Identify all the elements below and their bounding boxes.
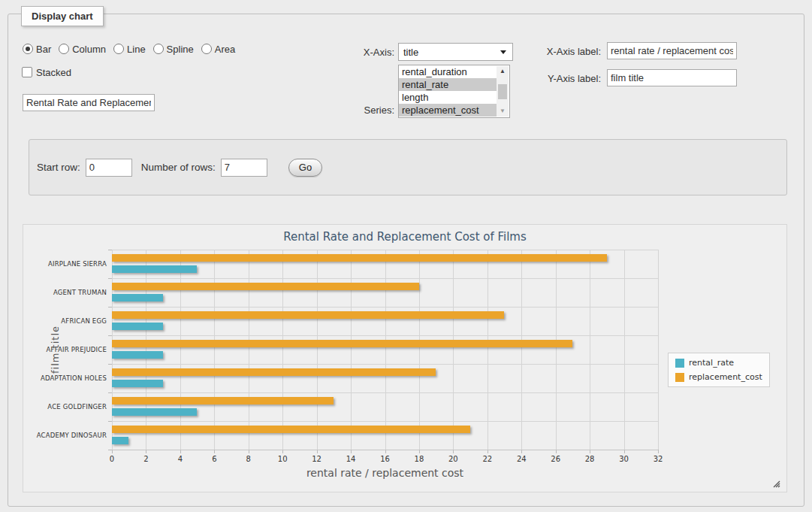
legend-label: replacement_cost [689, 372, 762, 382]
series-option-rental-rate[interactable]: rental_rate [399, 78, 497, 91]
y-category-label: ACE GOLDFINGER [28, 403, 107, 411]
listbox-scrollbar[interactable]: ▲ ▼ [497, 66, 509, 117]
gridline-vertical [282, 250, 283, 450]
gridline-horizontal [112, 307, 658, 308]
bar-replacement-cost-ace-goldfinger[interactable] [112, 397, 334, 404]
rows-form: Start row: Number of rows: Go [29, 139, 787, 195]
chart-type-radio-group: BarColumnLineSplineArea [23, 41, 243, 56]
gridline-vertical [249, 250, 249, 450]
chart-title-input[interactable] [23, 94, 155, 111]
chart-title: Rental Rate and Replacement Cost of Film… [23, 230, 786, 244]
gridline-vertical [146, 250, 146, 450]
stacked-checkbox-row[interactable]: Stacked [22, 65, 71, 79]
x-tick-label: 2 [133, 455, 158, 463]
gridline-vertical [590, 250, 590, 450]
x-tick-label: 14 [338, 455, 364, 463]
chevron-down-icon [500, 50, 506, 54]
y-axis-tick [108, 421, 112, 422]
start-row-input[interactable] [86, 159, 132, 177]
series-option-length[interactable]: length [399, 91, 497, 104]
bar-rental-rate-affair-prejudice[interactable] [112, 351, 163, 359]
y-axis-tick [108, 307, 112, 308]
y-axis-tick [108, 335, 112, 336]
gridline-vertical [488, 250, 488, 450]
scrollbar-thumb[interactable] [498, 84, 507, 99]
y-category-label: AFFAIR PREJUDICE [28, 346, 107, 353]
series-listbox[interactable]: ▲ ▼ rental_durationrental_ratelengthrepl… [398, 65, 510, 118]
y-axis-tick [108, 278, 112, 279]
radio-circle-icon[interactable] [23, 44, 33, 54]
gridline-horizontal [112, 364, 658, 365]
x-tick-label: 6 [201, 455, 227, 463]
y-category-label: ADAPTATION HOLES [28, 374, 107, 382]
bar-rental-rate-airplane-sierra[interactable] [112, 265, 197, 273]
bar-replacement-cost-affair-prejudice[interactable] [112, 340, 572, 347]
gridline-vertical [351, 250, 352, 450]
radio-circle-icon[interactable] [113, 44, 124, 54]
bar-replacement-cost-airplane-sierra[interactable] [112, 254, 607, 262]
start-row-label: Start row: [37, 162, 80, 173]
bar-rental-rate-adaptation-holes[interactable] [112, 380, 163, 387]
x-tick-label: 4 [168, 455, 193, 463]
y-axis-tick [108, 450, 112, 450]
legend-swatch-icon [675, 359, 684, 368]
radio-bar[interactable]: Bar [23, 44, 51, 55]
gridline-horizontal [112, 335, 658, 336]
x-tick-label: 28 [577, 455, 602, 463]
x-tick-label: 18 [406, 455, 432, 463]
go-button[interactable]: Go [288, 159, 322, 177]
gridline-vertical [317, 250, 318, 450]
x-tick-label: 16 [373, 455, 398, 463]
legend-label: rental_rate [689, 358, 734, 368]
radio-column[interactable]: Column [59, 44, 106, 55]
radio-line[interactable]: Line [113, 44, 146, 55]
legend-item-replacement-cost[interactable]: replacement_cost [675, 372, 762, 382]
radio-label: Line [127, 44, 146, 55]
x-tick-label: 32 [645, 455, 671, 463]
y-category-label: AGENT TRUMAN [28, 289, 107, 296]
gridline-vertical [521, 250, 522, 450]
bar-replacement-cost-academy-dinosaur[interactable] [112, 426, 470, 433]
y-category-label: AIRPLANE SIERRA [28, 260, 107, 268]
bar-rental-rate-agent-truman[interactable] [112, 294, 163, 301]
bar-rental-rate-ace-goldfinger[interactable] [112, 408, 197, 416]
x-axis-select[interactable]: title [398, 43, 513, 61]
chart-legend: rental_ratereplacement_cost [668, 353, 770, 387]
gridline-horizontal [112, 278, 658, 279]
stacked-checkbox[interactable] [22, 67, 32, 77]
x-tick-label: 8 [236, 455, 261, 463]
series-option-rental-duration[interactable]: rental_duration [399, 65, 497, 78]
legend-item-rental-rate[interactable]: rental_rate [675, 358, 762, 368]
x-axis-label-input[interactable] [607, 42, 737, 59]
chart-container: Rental Rate and Replacement Cost of Film… [23, 224, 787, 492]
gridline-horizontal [112, 421, 658, 422]
radio-circle-icon[interactable] [153, 44, 164, 54]
x-tick-label: 26 [543, 455, 569, 463]
radio-label: Bar [36, 44, 51, 55]
series-option-replacement-cost[interactable]: replacement_cost [399, 104, 497, 117]
radio-spline[interactable]: Spline [153, 44, 194, 55]
y-axis-tick [108, 250, 112, 250]
gridline-horizontal [112, 250, 658, 250]
x-tick-label: 20 [440, 455, 466, 463]
bar-replacement-cost-agent-truman[interactable] [112, 283, 419, 290]
resize-handle-icon[interactable] [772, 480, 780, 488]
radio-area[interactable]: Area [201, 44, 235, 55]
y-axis-label-input[interactable] [607, 69, 737, 86]
bar-replacement-cost-african-egg[interactable] [112, 311, 504, 319]
x-tick-label: 24 [509, 455, 534, 463]
bar-rental-rate-african-egg[interactable] [112, 323, 163, 330]
y-category-label: AFRICAN EGG [28, 317, 107, 325]
scroll-down-icon[interactable]: ▼ [497, 106, 509, 117]
x-axis-label-caption: X-Axis label: [526, 46, 601, 57]
gridline-vertical [624, 250, 625, 450]
radio-circle-icon[interactable] [59, 44, 69, 54]
scroll-up-icon[interactable]: ▲ [497, 66, 509, 77]
radio-circle-icon[interactable] [201, 44, 212, 54]
gridline-vertical [658, 250, 659, 450]
number-of-rows-input[interactable] [221, 159, 267, 177]
bar-replacement-cost-adaptation-holes[interactable] [112, 368, 436, 376]
x-tick-label: 30 [611, 455, 637, 463]
y-axis-tick [108, 392, 112, 393]
bar-rental-rate-academy-dinosaur[interactable] [112, 437, 128, 444]
